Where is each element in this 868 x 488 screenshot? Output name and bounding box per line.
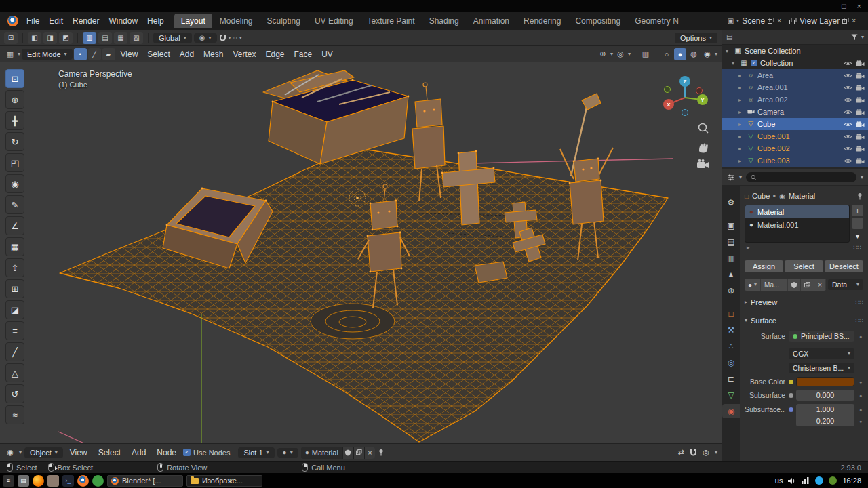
outliner-row-scene-collection[interactable]: ▾ ▣ Scene Collection	[722, 45, 868, 57]
eye-icon[interactable]	[844, 109, 852, 115]
tab-material[interactable]: ◉	[722, 404, 740, 418]
outliner-row-cube[interactable]: ▸ ▽ Cube	[722, 118, 868, 130]
deselect-button[interactable]: Deselect	[825, 260, 863, 272]
filter-funnel-icon[interactable]	[851, 34, 858, 41]
camera-icon[interactable]	[856, 73, 865, 79]
tab-layout[interactable]: Layout	[174, 14, 212, 28]
collection-checkbox[interactable]: ✓	[751, 60, 757, 66]
mesh-filter-toggle-2[interactable]: ▤	[98, 32, 112, 44]
outliner-row-cube-003[interactable]: ▸ ▽ Cube.003	[722, 155, 868, 167]
disclosure-icon[interactable]: ▾	[726, 48, 731, 54]
tool-rotate[interactable]: ↻	[5, 132, 24, 151]
tab-constraints[interactable]: ⊏	[722, 371, 740, 386]
material-name[interactable]: Material	[312, 449, 338, 457]
zoom-icon[interactable]	[699, 124, 709, 134]
face-select-button[interactable]: ▰	[102, 48, 115, 60]
xray-toggle-icon[interactable]: ▥	[639, 48, 652, 60]
disclosure-icon[interactable]: ▸	[738, 73, 744, 79]
mesh-filter-toggle-1[interactable]: ▥	[83, 32, 96, 44]
tab-world[interactable]: ⊕	[722, 283, 740, 298]
view-layer-name[interactable]: View Layer	[800, 16, 840, 26]
tab-render[interactable]: ▣	[722, 218, 740, 232]
disclosure-icon[interactable]: ▸	[738, 134, 744, 140]
delete-scene-icon[interactable]: ×	[777, 18, 781, 24]
overlays-dropdown[interactable]: ▾	[628, 52, 631, 57]
proportional-falloff-dropdown[interactable]: ▾	[239, 35, 242, 41]
tab-scene[interactable]: ▲	[722, 267, 740, 281]
eye-icon[interactable]	[844, 73, 852, 79]
new-material-icon[interactable]	[353, 447, 364, 459]
menu-face[interactable]: Face	[290, 48, 316, 60]
camera-icon[interactable]	[856, 146, 865, 152]
tool-cursor[interactable]: ⊕	[5, 90, 24, 109]
subsurface-radius-slider-2[interactable]: 0.200	[796, 415, 854, 426]
menu-add[interactable]: Add	[176, 48, 198, 60]
slot-dropdown[interactable]: Slot 1 ▾	[238, 447, 274, 458]
mask-toggle-3[interactable]: ◩	[59, 32, 73, 44]
navigation-gizmo[interactable]: Z Y X	[663, 76, 708, 116]
disclosure-icon[interactable]: ▸	[738, 97, 744, 103]
outliner-row-area-001[interactable]: ▸ ☼ Area.001	[722, 81, 868, 94]
snap-magnet-icon[interactable]	[219, 34, 226, 42]
properties-editor-icon[interactable]	[727, 174, 735, 181]
new-view-layer-icon[interactable]	[842, 18, 849, 24]
add-slot-button[interactable]: +	[852, 205, 863, 216]
tab-rendering[interactable]: Rendering	[517, 14, 568, 28]
browse-material-dropdown[interactable]: ● ▾	[745, 279, 761, 291]
snap-magnet-icon[interactable]	[690, 449, 697, 457]
close-button[interactable]: ×	[857, 2, 861, 10]
tool-poly-build[interactable]: △	[5, 363, 24, 382]
scene-selector[interactable]: ▣ ▾ Scene ×	[728, 16, 781, 26]
pin-icon[interactable]	[378, 449, 384, 456]
slot-specials-dropdown[interactable]: ▾	[852, 230, 863, 242]
launcher-photos-icon[interactable]	[92, 475, 104, 487]
scene-name[interactable]: Scene	[742, 16, 765, 26]
shading-rendered-button[interactable]: ◉	[701, 48, 713, 60]
menu-file[interactable]: File	[22, 15, 44, 27]
tool-inset-faces[interactable]: ⊞	[5, 279, 24, 298]
node-menu-node[interactable]: Node	[153, 447, 180, 459]
chevron-down-icon[interactable]: ▾	[861, 35, 864, 40]
camera-icon[interactable]	[856, 60, 865, 66]
pivot-point-dropdown[interactable]: ◉ ▾	[194, 33, 217, 43]
outliner-row-area[interactable]: ▸ ☼ Area	[722, 69, 868, 81]
camera-icon[interactable]	[856, 121, 865, 127]
outliner-row-camera[interactable]: ▸ Camera	[722, 106, 868, 118]
launcher-files-icon[interactable]: ▤	[18, 475, 29, 487]
menu-edge[interactable]: Edge	[261, 48, 288, 60]
taskbar-window-images[interactable]: Изображе...	[186, 475, 262, 487]
clock[interactable]: 16:28	[842, 476, 861, 485]
tab-view-layer[interactable]: ▥	[722, 251, 740, 265]
decorator-dot[interactable]: ●	[858, 393, 863, 398]
disclosure-icon[interactable]: ▾	[732, 60, 737, 66]
material-name-field[interactable]: ● Material ×	[301, 447, 375, 459]
menu-vertex[interactable]: Vertex	[229, 48, 260, 60]
breadcrumb-material[interactable]: Material	[789, 192, 815, 200]
menu-uv[interactable]: UV	[317, 48, 337, 60]
show-overlays-icon[interactable]: ◎	[614, 48, 627, 60]
properties-search-input[interactable]	[760, 174, 852, 181]
mask-toggle-2[interactable]: ◨	[43, 32, 57, 44]
launcher-blender-icon[interactable]	[77, 475, 89, 487]
tab-animation[interactable]: Animation	[467, 14, 516, 28]
tab-particles[interactable]: ∴	[722, 339, 740, 353]
distribution-dropdown[interactable]: GGX ▾	[789, 348, 854, 359]
slot-row-material-001[interactable]: ● Material.001	[745, 218, 849, 231]
menu-render[interactable]: Render	[68, 15, 104, 27]
list-filter-toggle[interactable]: ▸	[747, 244, 750, 251]
tool-extrude-region[interactable]: ⇧	[5, 258, 24, 277]
outliner-row-collection[interactable]: ▾ ▦ ✓ Collection	[722, 57, 868, 69]
use-nodes-checkbox[interactable]: ✓	[183, 449, 191, 456]
minimize-button[interactable]: –	[827, 2, 831, 10]
tab-object-data[interactable]: ▽	[722, 388, 740, 402]
tool-bevel[interactable]: ◪	[5, 300, 24, 319]
tool-move[interactable]: ╋	[5, 111, 24, 130]
fake-user-shield-icon[interactable]	[788, 279, 801, 291]
tool-annotate[interactable]: ✎	[5, 195, 24, 214]
chevron-down-icon[interactable]: ▾	[715, 450, 717, 455]
disclosure-icon[interactable]: ▸	[738, 85, 744, 91]
pin-icon[interactable]	[856, 192, 863, 200]
subsurface-radius-slider-1[interactable]: 1.000	[796, 404, 854, 415]
volume-icon[interactable]	[788, 477, 796, 485]
unlink-material-icon[interactable]: ×	[814, 279, 826, 291]
